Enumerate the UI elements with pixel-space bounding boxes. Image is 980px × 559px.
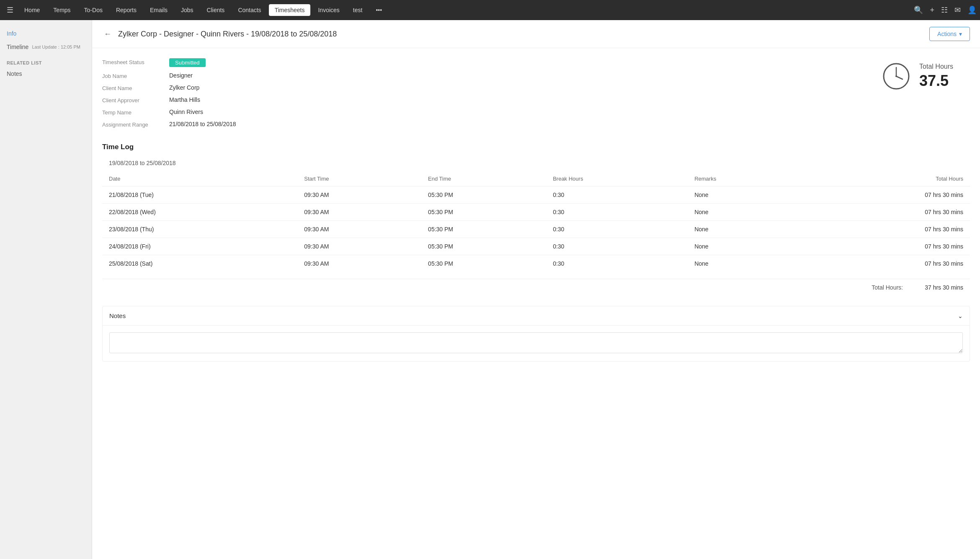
main-layout: Info Timeline Last Update : 12:05 PM REL… bbox=[0, 20, 980, 559]
sidebar-timeline-timestamp: Last Update : 12:05 PM bbox=[32, 44, 80, 49]
cell-end-time: 05:30 PM bbox=[421, 255, 546, 272]
sidebar: Info Timeline Last Update : 12:05 PM REL… bbox=[0, 20, 92, 559]
page-title: Zylker Corp - Designer - Quinn Rivers - … bbox=[118, 30, 337, 39]
summary-right: Total Hours 37.5 bbox=[882, 58, 970, 91]
timesheet-status-label: Timesheet Status bbox=[102, 58, 169, 65]
cell-end-time: 05:30 PM bbox=[421, 238, 546, 255]
total-hours-row-label: Total Hours: bbox=[872, 284, 903, 291]
sidebar-item-timeline[interactable]: Timeline Last Update : 12:05 PM bbox=[0, 40, 92, 54]
week-range-label: 19/08/2018 to 25/08/2018 bbox=[102, 160, 970, 166]
nav-reports[interactable]: Reports bbox=[110, 4, 142, 16]
cell-remarks: None bbox=[688, 186, 802, 204]
cell-break-hours: 0:30 bbox=[546, 186, 688, 204]
total-hours-row: Total Hours: 37 hrs 30 mins bbox=[102, 279, 970, 296]
time-log-table: Date Start Time End Time Break Hours Rem… bbox=[102, 171, 970, 272]
nav-test[interactable]: test bbox=[347, 4, 369, 16]
cell-start-time: 09:30 AM bbox=[297, 186, 421, 204]
chevron-down-icon: ▾ bbox=[959, 31, 962, 37]
cell-total-hours: 07 hrs 30 mins bbox=[802, 204, 970, 221]
cell-remarks: None bbox=[688, 204, 802, 221]
assignment-range-label: Assignment Range bbox=[102, 121, 169, 128]
notes-header[interactable]: Notes ⌄ bbox=[103, 306, 970, 326]
col-end-time: End Time bbox=[421, 171, 546, 186]
client-approver-label: Client Approver bbox=[102, 96, 169, 104]
svg-point-3 bbox=[895, 75, 897, 77]
nav-invoices[interactable]: Invoices bbox=[312, 4, 345, 16]
nav-contacts[interactable]: Contacts bbox=[232, 4, 267, 16]
table-row: 21/08/2018 (Tue) 09:30 AM 05:30 PM 0:30 … bbox=[102, 186, 970, 204]
nav-more[interactable]: ••• bbox=[370, 4, 388, 16]
cell-date: 25/08/2018 (Sat) bbox=[102, 255, 297, 272]
cell-date: 22/08/2018 (Wed) bbox=[102, 204, 297, 221]
client-name-value: Zylker Corp bbox=[169, 84, 199, 91]
total-hours-label: Total Hours bbox=[919, 63, 953, 70]
table-row: 23/08/2018 (Thu) 09:30 AM 05:30 PM 0:30 … bbox=[102, 221, 970, 238]
cell-break-hours: 0:30 bbox=[546, 221, 688, 238]
cell-remarks: None bbox=[688, 221, 802, 238]
sidebar-item-info[interactable]: Info bbox=[0, 27, 92, 40]
cell-total-hours: 07 hrs 30 mins bbox=[802, 238, 970, 255]
mail-icon[interactable]: ✉ bbox=[954, 5, 961, 15]
main-content: ← Zylker Corp - Designer - Quinn Rivers … bbox=[92, 20, 980, 559]
table-row: 22/08/2018 (Wed) 09:30 AM 05:30 PM 0:30 … bbox=[102, 204, 970, 221]
total-hours-value: 37.5 bbox=[919, 72, 953, 90]
temp-name-label: Temp Name bbox=[102, 109, 169, 116]
cell-date: 24/08/2018 (Fri) bbox=[102, 238, 297, 255]
cell-total-hours: 07 hrs 30 mins bbox=[802, 221, 970, 238]
temp-name-row: Temp Name Quinn Rivers bbox=[102, 109, 882, 116]
cell-total-hours: 07 hrs 30 mins bbox=[802, 186, 970, 204]
col-start-time: Start Time bbox=[297, 171, 421, 186]
client-approver-value: Martha Hills bbox=[169, 96, 200, 103]
assignment-range-value: 21/08/2018 to 25/08/2018 bbox=[169, 121, 236, 127]
search-icon[interactable]: 🔍 bbox=[914, 5, 923, 15]
cell-break-hours: 0:30 bbox=[546, 238, 688, 255]
sidebar-related-list-label: RELATED LIST bbox=[0, 54, 92, 67]
table-row: 24/08/2018 (Fri) 09:30 AM 05:30 PM 0:30 … bbox=[102, 238, 970, 255]
job-name-value: Designer bbox=[169, 72, 193, 79]
clock-icon bbox=[882, 62, 911, 91]
nav-jobs[interactable]: Jobs bbox=[175, 4, 199, 16]
back-button[interactable]: ← bbox=[102, 28, 113, 40]
nav-temps[interactable]: Temps bbox=[47, 4, 76, 16]
sidebar-timeline-label: Timeline bbox=[7, 44, 28, 50]
top-nav: ☰ Home Temps To-Dos Reports Emails Jobs … bbox=[0, 0, 980, 20]
sidebar-item-notes[interactable]: Notes bbox=[0, 67, 92, 80]
cell-date: 23/08/2018 (Thu) bbox=[102, 221, 297, 238]
cell-break-hours: 0:30 bbox=[546, 255, 688, 272]
details-left: Timesheet Status Submitted Job Name Desi… bbox=[102, 58, 882, 133]
timesheet-status-row: Timesheet Status Submitted bbox=[102, 58, 882, 67]
job-name-row: Job Name Designer bbox=[102, 72, 882, 79]
client-approver-row: Client Approver Martha Hills bbox=[102, 96, 882, 104]
nav-timesheets[interactable]: Timesheets bbox=[269, 4, 311, 16]
nav-home[interactable]: Home bbox=[18, 4, 46, 16]
temp-name-value: Quinn Rivers bbox=[169, 109, 203, 115]
cell-end-time: 05:30 PM bbox=[421, 186, 546, 204]
cell-remarks: None bbox=[688, 238, 802, 255]
page-header-left: ← Zylker Corp - Designer - Quinn Rivers … bbox=[102, 28, 337, 40]
notes-input[interactable] bbox=[109, 332, 963, 353]
nav-clients[interactable]: Clients bbox=[201, 4, 231, 16]
content-area: Timesheet Status Submitted Job Name Desi… bbox=[92, 48, 980, 559]
notes-title: Notes bbox=[109, 312, 126, 319]
cell-date: 21/08/2018 (Tue) bbox=[102, 186, 297, 204]
nav-emails[interactable]: Emails bbox=[144, 4, 173, 16]
time-log-section: Time Log 19/08/2018 to 25/08/2018 Date S… bbox=[102, 143, 970, 296]
svg-line-2 bbox=[896, 76, 903, 79]
cell-total-hours: 07 hrs 30 mins bbox=[802, 255, 970, 272]
client-name-label: Client Name bbox=[102, 84, 169, 91]
job-name-label: Job Name bbox=[102, 72, 169, 79]
layout-icon[interactable]: ☷ bbox=[941, 5, 948, 15]
time-log-title: Time Log bbox=[102, 143, 970, 151]
nav-todos[interactable]: To-Dos bbox=[78, 4, 108, 16]
total-hours-row-value: 37 hrs 30 mins bbox=[913, 284, 963, 291]
menu-icon[interactable]: ☰ bbox=[3, 2, 17, 18]
cell-start-time: 09:30 AM bbox=[297, 238, 421, 255]
user-icon[interactable]: 👤 bbox=[967, 5, 977, 15]
col-total-hours: Total Hours bbox=[802, 171, 970, 186]
actions-button[interactable]: Actions ▾ bbox=[929, 27, 970, 41]
cell-remarks: None bbox=[688, 255, 802, 272]
cell-end-time: 05:30 PM bbox=[421, 221, 546, 238]
status-badge: Submitted bbox=[169, 58, 206, 67]
col-remarks: Remarks bbox=[688, 171, 802, 186]
add-icon[interactable]: + bbox=[930, 6, 934, 15]
